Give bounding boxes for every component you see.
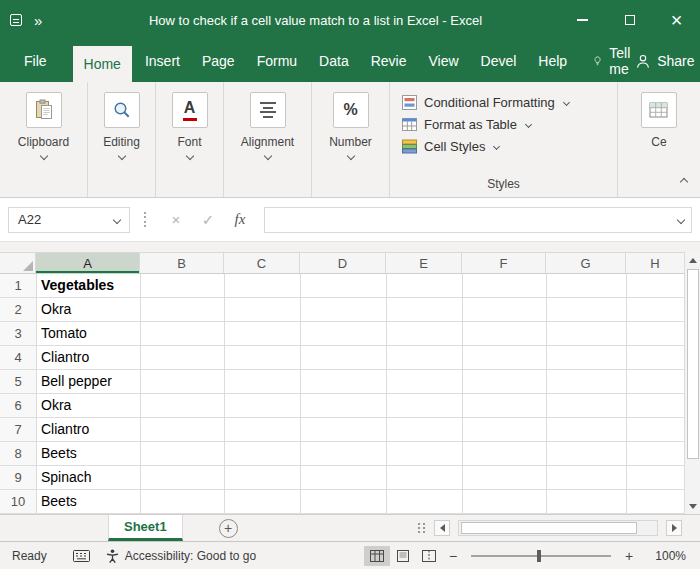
page-break-view-button[interactable] (416, 546, 442, 566)
tab-help[interactable]: Help (527, 40, 578, 82)
alignment-button[interactable] (250, 92, 286, 128)
sheet-row: 4 Cliantro (0, 346, 684, 370)
cell-a5[interactable]: Bell pepper (36, 370, 140, 393)
column-header-b[interactable]: B (140, 253, 224, 273)
row-header-2[interactable]: 2 (0, 298, 36, 321)
minimize-button[interactable] (559, 0, 606, 40)
close-button[interactable]: × (653, 0, 700, 40)
row-header-7[interactable]: 7 (0, 418, 36, 441)
column-header-c[interactable]: C (224, 253, 300, 273)
tab-developer[interactable]: Devel (470, 40, 528, 82)
column-header-d[interactable]: D (300, 253, 386, 273)
tab-insert[interactable]: Insert (134, 40, 191, 82)
column-header-g[interactable]: G (546, 253, 626, 273)
row-header-5[interactable]: 5 (0, 370, 36, 393)
zoom-in-button[interactable]: + (620, 548, 638, 564)
align-center-icon (260, 102, 276, 118)
share-button[interactable]: Share (636, 53, 694, 69)
clipboard-button[interactable] (26, 92, 62, 128)
cell-a6[interactable]: Okra (36, 394, 140, 417)
cells-icon (649, 101, 669, 119)
scroll-down-button[interactable] (685, 498, 700, 514)
row-header-1[interactable]: 1 (0, 274, 36, 297)
cell-a9[interactable]: Spinach (36, 466, 140, 489)
worksheet-grid[interactable]: 1 Vegetables 2 Okra 3 Tomato 4 Cliantro … (0, 274, 684, 514)
tab-page-layout[interactable]: Page (191, 40, 246, 82)
normal-view-button[interactable] (364, 546, 390, 566)
editing-group: Editing (88, 82, 156, 197)
cell-a8[interactable]: Beets (36, 442, 140, 465)
row-header-6[interactable]: 6 (0, 394, 36, 417)
ribbon-tab-bar: File Home Insert Page Formu Data Revie V… (0, 40, 700, 82)
page-layout-view-button[interactable] (390, 546, 416, 566)
horizontal-scrollbar-thumb[interactable] (461, 522, 637, 534)
accessibility-status[interactable]: Accessibility: Good to go (106, 549, 256, 563)
name-box[interactable]: A22 (8, 207, 130, 233)
cells-group: Ce (618, 82, 700, 197)
tab-review[interactable]: Revie (360, 40, 418, 82)
number-button[interactable]: % (333, 92, 369, 128)
vertical-scrollbar-thumb[interactable] (687, 269, 699, 459)
editing-button[interactable] (104, 92, 140, 128)
zoom-slider[interactable] (471, 555, 611, 557)
tab-home[interactable]: Home (73, 46, 132, 82)
column-header-a[interactable]: A (36, 253, 140, 273)
keyboard-button[interactable] (73, 550, 90, 562)
app-icon[interactable] (10, 14, 22, 26)
column-header-h[interactable]: H (626, 253, 684, 273)
cell-a2[interactable]: Okra (36, 298, 140, 321)
cells-button[interactable] (641, 92, 677, 128)
ribbon: Clipboard Editing A Font Alignment (0, 82, 700, 198)
cell-a7[interactable]: Cliantro (36, 418, 140, 441)
enter-button[interactable]: ✓ (192, 207, 224, 233)
scroll-right-button[interactable] (666, 520, 682, 536)
conditional-formatting-button[interactable]: Conditional Formatting (402, 92, 569, 112)
tab-data[interactable]: Data (308, 40, 360, 82)
zoom-slider-thumb[interactable] (537, 550, 541, 562)
add-sheet-button[interactable]: + (219, 519, 238, 538)
row-header-3[interactable]: 3 (0, 322, 36, 345)
column-header-f[interactable]: F (462, 253, 546, 273)
sheet-row: 6 Okra (0, 394, 684, 418)
select-all-triangle-icon (23, 261, 33, 271)
sheet-tab-sheet1[interactable]: Sheet1 (108, 515, 183, 541)
horizontal-scrollbar[interactable] (458, 520, 658, 536)
window-title: How to check if a cell value match to a … (72, 13, 559, 28)
maximize-button[interactable] (606, 0, 653, 40)
tab-file[interactable]: File (10, 40, 61, 82)
font-button[interactable]: A (172, 92, 208, 128)
chevron-down-icon (185, 152, 193, 160)
row-header-10[interactable]: 10 (0, 490, 36, 513)
scroll-up-button[interactable] (685, 252, 700, 268)
chevron-down-icon (346, 152, 354, 160)
row-header-9[interactable]: 9 (0, 466, 36, 489)
collapse-ribbon-button[interactable] (681, 173, 687, 188)
cell-a4[interactable]: Cliantro (36, 346, 140, 369)
triangle-left-icon (440, 524, 445, 532)
formula-input[interactable] (264, 207, 692, 233)
tab-view[interactable]: View (417, 40, 469, 82)
cell-a10[interactable]: Beets (36, 490, 140, 513)
format-as-table-button[interactable]: Format as Table (402, 114, 531, 134)
tab-formulas[interactable]: Formu (246, 40, 308, 82)
scroll-left-button[interactable] (434, 520, 450, 536)
zoom-level[interactable]: 100% (646, 549, 686, 563)
vertical-scrollbar[interactable] (684, 252, 700, 514)
cell-styles-button[interactable]: Cell Styles (402, 136, 499, 156)
minus-icon: − (449, 548, 457, 564)
row-header-8[interactable]: 8 (0, 442, 36, 465)
formula-bar-expand-chevron-icon[interactable] (677, 215, 685, 223)
cell-a1[interactable]: Vegetables (36, 274, 140, 297)
select-all-button[interactable] (0, 253, 36, 273)
column-header-e[interactable]: E (386, 253, 462, 273)
insert-function-button[interactable]: fx (224, 207, 256, 233)
cancel-button[interactable]: × (160, 207, 192, 233)
zoom-out-button[interactable]: − (444, 548, 462, 564)
row-header-4[interactable]: 4 (0, 346, 36, 369)
tab-bar-resize-handle[interactable] (418, 523, 426, 533)
chevron-down-icon[interactable] (113, 215, 121, 223)
quick-access-chevron-icon[interactable]: » (34, 13, 42, 28)
font-icon: A (183, 100, 197, 121)
cell-a3[interactable]: Tomato (36, 322, 140, 345)
tell-me-button[interactable]: Tell me (593, 45, 636, 77)
